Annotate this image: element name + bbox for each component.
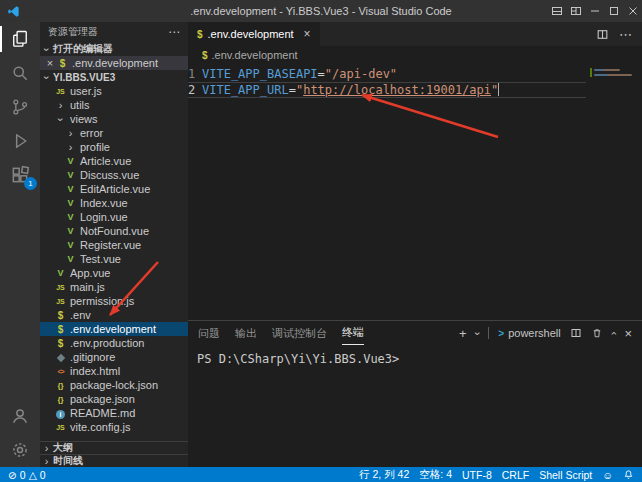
window-controls [547,0,642,22]
code-line[interactable]: 1VITE_APP_BASEAPI="/api-dev" [188,66,586,82]
code-editor[interactable]: 1VITE_APP_BASEAPI="/api-dev"2VITE_APP_UR… [188,64,642,320]
account-icon[interactable] [0,399,40,433]
shell-selector[interactable]: > powershell [498,327,560,339]
editor-actions: ⋯ [596,22,642,46]
tree-item[interactable]: VArticle.vue [40,154,188,168]
line-number: 2 [188,82,202,98]
customize-layout-icon[interactable] [566,0,585,22]
tree-item[interactable]: VEditArticle.vue [40,182,188,196]
close-editor-icon[interactable]: × [44,57,56,69]
notifications-bell-icon[interactable] [623,469,634,480]
tree-item[interactable]: ›error [40,126,188,140]
error-count: 0 [20,469,26,481]
tree-item[interactable]: JSuser.js [40,84,188,98]
tree-item[interactable]: {}package-lock.json [40,378,188,392]
tree-item[interactable]: <>index.html [40,364,188,378]
tree-item-label: Discuss.vue [80,169,139,181]
chevron-down-icon: › [41,71,52,84]
split-terminal-icon[interactable] [570,327,582,339]
tree-item-label: App.vue [70,267,110,279]
project-name: YI.BBS.VUE3 [53,72,115,83]
terminal-dropdown-icon[interactable]: › [472,331,483,335]
line-number: 1 [188,66,202,82]
env-icon: $ [54,338,67,349]
tree-item[interactable]: VNotFound.vue [40,224,188,238]
tree-item[interactable]: VLogin.vue [40,210,188,224]
extensions-badge: 1 [24,177,37,190]
tree-item-label: error [80,127,103,139]
panel-tab[interactable]: 问题 [198,321,220,345]
code-line[interactable]: 2VITE_APP_URL="http://localhost:19001/ap… [188,82,586,98]
more-actions-icon[interactable]: ⋯ [168,25,180,39]
toggle-panel-icon[interactable] [547,0,566,22]
tree-item[interactable]: JSmain.js [40,280,188,294]
window-title: .env.development - Yi.BBS.Vue3 - Visual … [0,5,642,17]
tab-env-development[interactable]: $ .env.development × [188,22,320,46]
extensions-icon[interactable]: 1 [0,158,40,192]
terminal-prompt: PS D:\CSharp\Yi\Yi.BBS.Vue3> [197,352,399,366]
git-added-decoration [590,68,592,77]
tree-item[interactable]: VRegister.vue [40,238,188,252]
search-icon[interactable] [0,56,40,90]
tree-item[interactable]: ›utils [40,98,188,112]
outline-section[interactable]: › 大纲 [40,441,188,454]
tree-item[interactable]: $.env.development [40,322,188,336]
tree-item[interactable]: VTest.vue [40,252,188,266]
kill-terminal-icon[interactable] [591,327,603,339]
status-language-mode[interactable]: Shell Script [539,469,592,481]
close-window-icon[interactable] [623,0,642,22]
panel-tab[interactable]: 调试控制台 [272,321,327,345]
tree-item-label: index.html [70,365,120,377]
timeline-section[interactable]: › 时间线 [40,454,188,467]
breadcrumb[interactable]: $ .env.development [188,46,642,64]
tree-item[interactable]: ›profile [40,140,188,154]
tree-item[interactable]: ›views [40,112,188,126]
source-control-icon[interactable] [0,90,40,124]
tab-bar: $ .env.development × ⋯ [188,22,642,46]
maximize-icon[interactable] [604,0,623,22]
maximize-panel-icon[interactable]: › [608,331,619,335]
explorer-icon[interactable] [0,22,40,56]
status-right: ☺ 行 2, 列 42空格: 4UTF-8CRLFShell Script [359,468,634,482]
warning-count: 0 [40,469,46,481]
open-editors-section[interactable]: › 打开的编辑器 [40,42,188,56]
open-editor-item[interactable]: × $ .env.development [40,56,188,70]
vue-icon: V [64,170,77,180]
problems-status[interactable]: ⊘ 0 △ 0 [8,469,46,481]
close-tab-icon[interactable]: × [304,27,311,41]
minimap[interactable] [590,66,632,108]
explorer-sidebar: 资源管理器 ⋯ › 打开的编辑器 × $ .env.development › … [40,22,188,467]
sidebar-header: 资源管理器 ⋯ [40,22,188,42]
tree-item[interactable]: VApp.vue [40,266,188,280]
new-terminal-icon[interactable]: + [459,326,467,341]
vue-icon: V [64,226,77,236]
tree-item[interactable]: VDiscuss.vue [40,168,188,182]
project-section-header[interactable]: › YI.BBS.VUE3 [40,70,188,84]
vscode-logo-icon [7,5,20,18]
tree-item[interactable]: .gitignore [40,350,188,364]
tree-item[interactable]: iREADME.md [40,406,188,420]
tree-item[interactable]: $.env [40,308,188,322]
status-eol[interactable]: CRLF [502,469,529,481]
panel-tab[interactable]: 输出 [235,321,257,345]
run-debug-icon[interactable] [0,124,40,158]
status-encoding[interactable]: UTF-8 [462,469,492,481]
tree-item[interactable]: $.env.production [40,336,188,350]
tree-item[interactable]: {}package.json [40,392,188,406]
panel-tab[interactable]: 终端 [342,321,364,345]
split-editor-icon[interactable] [596,28,609,41]
feedback-smiley-icon[interactable]: ☺ [602,469,613,481]
tree-item[interactable]: VIndex.vue [40,196,188,210]
settings-gear-icon[interactable] [0,433,40,467]
status-cursor-position[interactable]: 行 2, 列 42 [359,468,409,482]
warning-icon: △ [29,469,37,481]
more-actions-icon[interactable]: ⋯ [619,27,632,42]
terminal[interactable]: PS D:\CSharp\Yi\Yi.BBS.Vue3> [188,345,642,467]
close-panel-icon[interactable]: × [624,326,632,341]
tree-item[interactable]: JSpermission.js [40,294,188,308]
minimize-icon[interactable] [585,0,604,22]
tree-item-label: views [70,113,98,125]
chevron-down-icon: › [41,43,52,56]
tree-item[interactable]: JSvite.config.js [40,420,188,434]
status-indentation[interactable]: 空格: 4 [419,468,452,482]
